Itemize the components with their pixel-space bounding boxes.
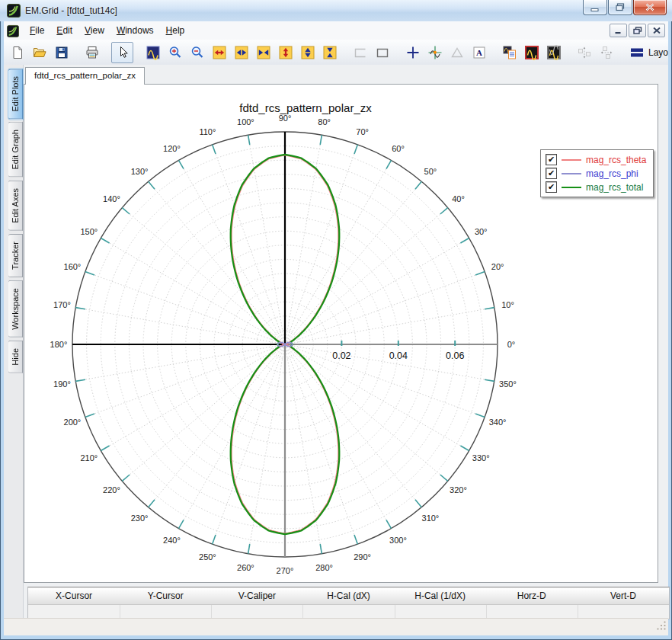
single-plot-button[interactable] bbox=[520, 42, 542, 63]
new-document-button[interactable] bbox=[6, 42, 28, 63]
legend-checkbox-mag_rcs_total[interactable]: ✔ bbox=[546, 181, 557, 193]
legend-toggle-button[interactable] bbox=[498, 42, 520, 63]
print-icon bbox=[85, 45, 100, 60]
legend-label: mag_rcs_total bbox=[586, 182, 643, 193]
menu-bar: FileEditViewWindowsHelp bbox=[4, 21, 668, 40]
close-button[interactable] bbox=[633, 0, 667, 15]
open-file-icon bbox=[32, 45, 47, 60]
cursor-col-value bbox=[120, 605, 211, 619]
crosshair-button[interactable] bbox=[402, 42, 424, 63]
zoom-in-icon bbox=[168, 45, 183, 60]
sidebar-tab-edit-graph[interactable]: Edit Graph bbox=[8, 122, 23, 178]
legend-line-sample bbox=[562, 187, 581, 188]
close-icon bbox=[645, 1, 655, 14]
pointer-select-button[interactable] bbox=[111, 42, 133, 63]
compress-x-button[interactable] bbox=[252, 42, 274, 63]
zoom-in-button[interactable] bbox=[164, 42, 186, 63]
angle-tick-label: 180° bbox=[50, 340, 68, 349]
print-button[interactable] bbox=[81, 42, 103, 63]
cursor-col-header: X-Cursor bbox=[28, 588, 120, 605]
zoom-out-button[interactable] bbox=[186, 42, 208, 63]
caption-buttons bbox=[583, 0, 667, 15]
stretch-x-icon bbox=[212, 45, 227, 60]
mdi-window-buttons bbox=[610, 24, 665, 37]
text-annotation-button[interactable]: A bbox=[468, 42, 490, 63]
distribute-vertical-icon bbox=[577, 45, 592, 60]
tab-strip: fdtd_rcs_pattern_polar_zx bbox=[24, 65, 668, 84]
distribute-horizontal-icon bbox=[599, 45, 614, 60]
radial-tick-label: 0.02 bbox=[332, 350, 350, 361]
legend: ✔mag_rcs_theta✔mag_rcs_phi✔mag_rcs_total bbox=[540, 149, 654, 197]
zoom-out-icon bbox=[190, 45, 205, 60]
status-bar bbox=[4, 618, 668, 635]
maximize-button[interactable] bbox=[608, 0, 632, 15]
angle-tick-label: 100° bbox=[237, 117, 254, 126]
angle-tick-label: 80° bbox=[318, 117, 331, 126]
layout-button[interactable]: Layout bbox=[626, 42, 668, 63]
expand-y-button[interactable] bbox=[296, 42, 318, 63]
legend-label: mag_rcs_phi bbox=[586, 168, 638, 179]
compress-y-button[interactable] bbox=[318, 42, 341, 63]
angle-tick-label: 220° bbox=[103, 485, 120, 494]
menu-item-file[interactable]: File bbox=[24, 23, 50, 38]
minimize-button[interactable] bbox=[583, 0, 607, 15]
angle-tick-label: 70° bbox=[356, 127, 369, 136]
open-file-button[interactable] bbox=[28, 42, 50, 63]
sidebar-tab-workspace[interactable]: Workspace bbox=[8, 280, 23, 338]
svg-text:A: A bbox=[476, 48, 482, 57]
stretch-x-button[interactable] bbox=[208, 42, 230, 63]
sidebar-tab-edit-axes[interactable]: Edit Axes bbox=[8, 181, 23, 231]
sidebar-tab-hide[interactable]: Hide bbox=[8, 341, 23, 373]
menu-item-view[interactable]: View bbox=[78, 23, 110, 38]
mdi-restore-button[interactable] bbox=[629, 24, 646, 37]
menu-item-help[interactable]: Help bbox=[160, 23, 191, 38]
content-area: fdtd_rcs_pattern_polar_zx 0.020.040.060°… bbox=[24, 65, 668, 619]
cursor-col-value bbox=[211, 605, 302, 619]
angle-tick-label: 30° bbox=[475, 227, 488, 236]
mdi-close-button[interactable] bbox=[648, 24, 665, 37]
tab-document[interactable]: fdtd_rcs_pattern_polar_zx bbox=[25, 67, 145, 85]
pointer-select-icon bbox=[115, 45, 130, 60]
plot-panel: 0.020.040.060°10°20°30°40°50°60°70°80°90… bbox=[24, 84, 658, 583]
cursor-col-header: Vert-D bbox=[578, 588, 669, 605]
angle-tick-label: 240° bbox=[163, 536, 181, 545]
mdi-minimize-button[interactable] bbox=[610, 24, 627, 37]
tracker-button[interactable] bbox=[424, 42, 446, 63]
resize-grip-icon[interactable] bbox=[657, 620, 667, 634]
cursor-col-value bbox=[28, 605, 120, 619]
document-system-icon[interactable] bbox=[7, 24, 19, 37]
cursor-col-value bbox=[578, 605, 669, 619]
triangle-marker-icon bbox=[450, 45, 465, 60]
multi-plot-button[interactable] bbox=[542, 42, 565, 63]
cursor-col-header: Horz-D bbox=[486, 588, 578, 605]
legend-checkbox-mag_rcs_phi[interactable]: ✔ bbox=[546, 168, 557, 179]
expand-x-button[interactable] bbox=[230, 42, 252, 63]
plot-area-button[interactable] bbox=[142, 42, 164, 63]
draw-rect-button[interactable] bbox=[371, 42, 393, 63]
menu-item-windows[interactable]: Windows bbox=[110, 23, 160, 38]
title-bar: EM.Grid - [fdtd_tut14c] bbox=[0, 0, 672, 21]
compress-y-icon bbox=[322, 45, 338, 60]
angle-tick-label: 290° bbox=[354, 552, 371, 562]
save-button[interactable] bbox=[50, 42, 72, 63]
stretch-y-button[interactable] bbox=[274, 42, 296, 63]
compress-x-icon bbox=[256, 45, 271, 60]
draw-rect-open-button bbox=[349, 42, 371, 63]
legend-checkbox-mag_rcs_theta[interactable]: ✔ bbox=[546, 154, 557, 165]
maximize-icon bbox=[616, 1, 625, 14]
legend-line-sample bbox=[562, 173, 581, 174]
angle-tick-label: 330° bbox=[472, 453, 490, 462]
sidebar-tab-tracker[interactable]: Tracker bbox=[8, 234, 23, 277]
distribute-horizontal-button bbox=[595, 42, 617, 63]
angle-tick-label: 280° bbox=[315, 563, 333, 572]
tracker-icon bbox=[427, 45, 443, 60]
text-annotation-icon: A bbox=[472, 45, 487, 60]
angle-tick-label: 200° bbox=[64, 418, 82, 427]
angle-tick-label: 40° bbox=[452, 194, 465, 203]
menu-item-edit[interactable]: Edit bbox=[50, 23, 78, 38]
mdi-minimize-icon bbox=[614, 24, 623, 37]
cursor-readout-table: X-CursorY-CursorV-CaliperH-Cal (dX)H-Cal… bbox=[27, 587, 670, 619]
draw-rect-icon bbox=[375, 45, 390, 60]
sidebar-tab-edit-plots[interactable]: Edit Plots bbox=[8, 69, 23, 119]
angle-tick-label: 150° bbox=[80, 227, 98, 236]
